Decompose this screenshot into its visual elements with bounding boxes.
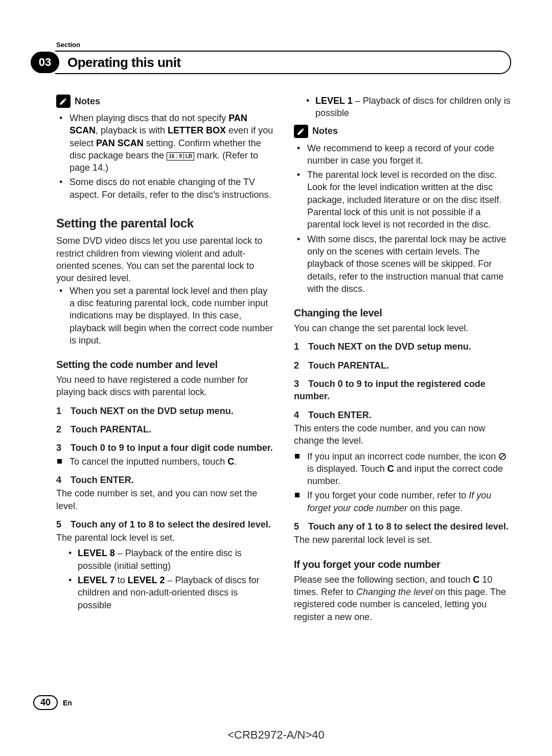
bold: PAN SCAN [96, 138, 144, 148]
bold: LEVEL 7 [78, 575, 115, 585]
heading-set-code: Setting the code number and level [56, 358, 273, 372]
svg-line-1 [500, 454, 504, 459]
step-2: 2 Touch PARENTAL. [294, 360, 389, 371]
step-1: 1 Touch NEXT on the DVD setup menu. [56, 406, 234, 416]
text: , playback is with [96, 125, 168, 135]
chapter-number-badge: 03 [31, 52, 59, 73]
heading-forgot-code: If you forget your code number [294, 558, 511, 571]
pencil-icon [294, 125, 308, 138]
aspect-ratio-mark-icon: 16 : 9LB [167, 152, 194, 161]
bold: C [387, 464, 394, 474]
step-2: 2 Touch PARENTAL. [56, 424, 151, 434]
list-item: To cancel the inputted numbers, touch C. [56, 455, 273, 468]
note-item: With some discs, the parental lock may b… [294, 233, 511, 295]
text: If you forget your code number, refer to [307, 490, 469, 500]
step-body: The new parental lock level is set. [294, 534, 511, 546]
page-footer: 40 En [33, 695, 72, 710]
text: to [115, 575, 128, 585]
chapter-header: 03 Operating this unit [31, 51, 511, 74]
text: 16 : 9 [169, 153, 182, 159]
notes-list: We recommend to keep a record of your co… [294, 142, 511, 295]
page-number-badge: 40 [33, 695, 58, 710]
document-code: <CRB2972-A/N>40 [0, 728, 552, 742]
chapter-title: Operating this unit [55, 51, 511, 74]
text: When playing discs that do not specify [70, 113, 228, 123]
list-item: If you input an incorrect code number, t… [294, 450, 511, 488]
step-5: 5 Touch any of 1 to 8 to select the desi… [294, 521, 509, 532]
step-body: The parental lock level is set. [56, 532, 273, 544]
language-label: En [63, 699, 72, 707]
notes-heading: Notes [294, 125, 511, 138]
level-list-cont: LEVEL 1 – Playback of discs for children… [294, 95, 511, 120]
text: is displayed. Touch [307, 464, 387, 474]
list-item: If you forget your code number, refer to… [294, 489, 511, 514]
bold: LEVEL 1 [315, 96, 353, 106]
note-item: Some discs do not enable changing of the… [56, 176, 273, 201]
text: LB [183, 153, 192, 159]
bullet-list: When you set a parental lock level and t… [56, 285, 273, 347]
right-column: LEVEL 1 – Playback of discs for children… [294, 95, 511, 623]
step-3: 3 Touch 0 to 9 to input a four digit cod… [56, 443, 273, 453]
note-item: When playing discs that do not specify P… [56, 112, 273, 174]
step-4: 4 Touch ENTER. [294, 410, 372, 420]
sub-list: To cancel the inputted numbers, touch C. [56, 455, 273, 468]
notes-heading: Notes [56, 95, 273, 108]
notes-label: Notes [312, 125, 338, 137]
step-body: The code number is set, and you can now … [56, 487, 273, 512]
bold: LEVEL 2 [128, 575, 165, 585]
italic: Changing the level [356, 587, 432, 597]
bold: LETTER BOX [168, 125, 226, 135]
body-text: Please see the following section, and to… [294, 574, 511, 623]
list-item: LEVEL 8 – Playback of the entire disc is… [56, 547, 273, 572]
text: To cancel the inputted numbers, touch [70, 456, 227, 467]
step-3: 3 Touch 0 to 9 to input the registered c… [294, 379, 486, 401]
bold: C [473, 575, 479, 585]
pencil-icon [56, 95, 71, 108]
text: Please see the following section, and to… [294, 575, 473, 585]
heading-parental-lock: Setting the parental lock [56, 215, 273, 232]
notes-list: When playing discs that do not specify P… [56, 112, 273, 201]
list-item: LEVEL 7 to LEVEL 2 – Playback of discs f… [56, 574, 273, 611]
notes-label: Notes [75, 95, 100, 107]
prohibited-icon [498, 451, 507, 460]
text: If you input an incorrect code number, t… [307, 451, 498, 462]
bold: LEVEL 8 [78, 548, 115, 558]
heading-changing-level: Changing the level [294, 306, 511, 320]
list-item: When you set a parental lock level and t… [56, 285, 273, 347]
step-5: 5 Touch any of 1 to 8 to select the desi… [56, 519, 271, 530]
body-text: You need to have registered a code numbe… [56, 374, 273, 399]
manual-page: Section 03 Operating this unit Notes Whe… [0, 0, 552, 756]
text: on this page. [407, 503, 463, 513]
list-item: LEVEL 1 – Playback of discs for children… [294, 95, 511, 120]
step-1: 1 Touch NEXT on the DVD setup menu. [294, 341, 471, 352]
step-body: This enters the code number, and you can… [294, 422, 511, 447]
sub-list: If you input an incorrect code number, t… [294, 450, 511, 514]
text: . [234, 456, 237, 467]
note-item: We recommend to keep a record of your co… [294, 142, 511, 167]
section-label: Section [56, 41, 511, 49]
body-text: You can change the set parental lock lev… [294, 322, 511, 334]
step-4: 4 Touch ENTER. [56, 475, 134, 485]
bold: C [227, 456, 234, 467]
left-column: Notes When playing discs that do not spe… [56, 95, 273, 623]
note-item: The parental lock level is recorded on t… [294, 169, 511, 231]
level-list: LEVEL 8 – Playback of the entire disc is… [56, 547, 273, 611]
body-text: Some DVD video discs let you use parenta… [56, 235, 273, 284]
